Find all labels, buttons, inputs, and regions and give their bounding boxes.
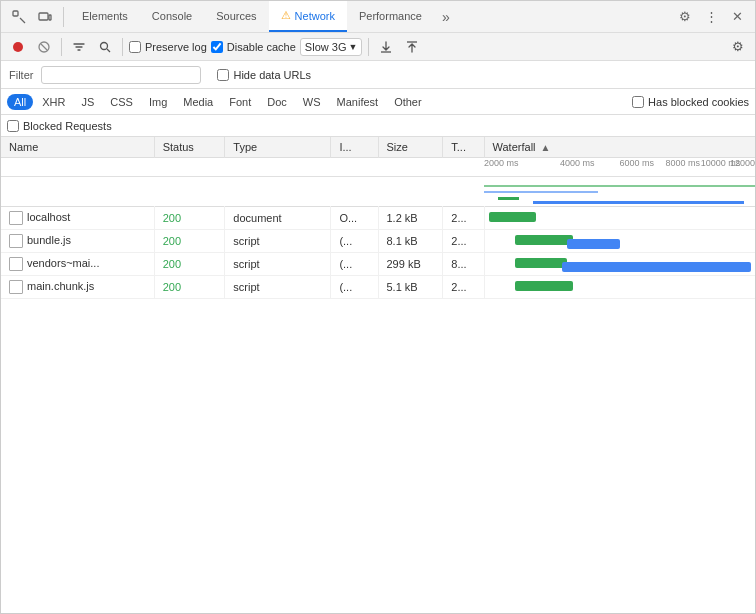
more-options-icon[interactable]: ⋮ <box>699 5 723 29</box>
hide-data-urls-label[interactable]: Hide data URLs <box>217 69 311 81</box>
svg-rect-0 <box>13 11 18 16</box>
svg-rect-1 <box>39 13 48 20</box>
cell-initiator: (... <box>331 230 378 253</box>
cell-status: 200 <box>154 253 225 276</box>
table-row[interactable]: vendors~mai...200script(...299 kB8... <box>1 253 755 276</box>
type-filter-bar: All XHR JS CSS Img Media Font Doc WS Man… <box>1 89 755 115</box>
col-header-waterfall[interactable]: Waterfall ▲ <box>484 137 755 158</box>
type-btn-doc[interactable]: Doc <box>260 94 294 110</box>
filter-input-wrap <box>41 66 201 84</box>
col-header-status[interactable]: Status <box>154 137 225 158</box>
type-btn-img[interactable]: Img <box>142 94 174 110</box>
cell-type: script <box>225 253 331 276</box>
type-btn-manifest[interactable]: Manifest <box>330 94 386 110</box>
preserve-log-checkbox[interactable] <box>129 41 141 53</box>
svg-point-3 <box>13 42 23 52</box>
col-header-time[interactable]: T... <box>443 137 484 158</box>
cell-type: document <box>225 207 331 230</box>
waterfall-green-bar <box>515 235 573 245</box>
ruler-tick-8000: 8000 ms <box>666 158 701 168</box>
col-header-type[interactable]: Type <box>225 137 331 158</box>
cell-name: vendors~mai... <box>1 253 154 276</box>
tab-performance[interactable]: Performance <box>347 1 434 32</box>
cell-waterfall <box>484 276 755 299</box>
type-btn-xhr[interactable]: XHR <box>35 94 72 110</box>
throttle-select[interactable]: Slow 3G ▼ <box>300 38 363 56</box>
timeline-green-bar-2 <box>498 197 520 200</box>
table-row[interactable]: main.chunk.js200script(...5.1 kB2... <box>1 276 755 299</box>
col-header-initiator[interactable]: I... <box>331 137 378 158</box>
type-btn-js[interactable]: JS <box>74 94 101 110</box>
disable-cache-checkbox[interactable] <box>211 41 223 53</box>
type-btn-other[interactable]: Other <box>387 94 429 110</box>
cell-name: main.chunk.js <box>1 276 154 299</box>
preserve-log-label[interactable]: Preserve log <box>129 41 207 53</box>
network-table-body: localhost200documentO...1.2 kB2...bundle… <box>1 207 755 299</box>
tab-elements[interactable]: Elements <box>70 1 140 32</box>
tab-sources[interactable]: Sources <box>204 1 268 32</box>
cell-name: localhost <box>1 207 154 230</box>
cell-time: 8... <box>443 253 484 276</box>
file-icon <box>9 211 23 225</box>
record-button[interactable] <box>7 36 29 58</box>
tab-network[interactable]: ⚠ Network <box>269 1 347 32</box>
network-settings-icon[interactable]: ⚙ <box>727 36 749 58</box>
type-btn-font[interactable]: Font <box>222 94 258 110</box>
timeline-blue-bar-2 <box>533 201 744 204</box>
filter-input[interactable] <box>48 69 168 81</box>
table-row[interactable]: localhost200documentO...1.2 kB2... <box>1 207 755 230</box>
timeline-blue-bar-1 <box>484 191 598 193</box>
ruler-tick-4000: 4000 ms <box>560 158 595 168</box>
type-btn-ws[interactable]: WS <box>296 94 328 110</box>
cell-waterfall <box>484 253 755 276</box>
ruler-tick-2000: 2000 ms <box>484 158 519 168</box>
network-warning-icon: ⚠ <box>281 9 291 22</box>
hide-data-urls-checkbox[interactable] <box>217 69 229 81</box>
waterfall-green-bar <box>489 212 536 222</box>
cell-size: 5.1 kB <box>378 276 443 299</box>
tabs-overflow-button[interactable]: » <box>434 1 458 32</box>
waterfall-green-bar <box>515 281 573 291</box>
network-table-wrap[interactable]: Name Status Type I... Size T... Waterfal… <box>1 137 755 613</box>
cell-waterfall <box>484 230 755 253</box>
disable-cache-label[interactable]: Disable cache <box>211 41 296 53</box>
network-table: Name Status Type I... Size T... Waterfal… <box>1 137 755 299</box>
inspect-element-icon[interactable] <box>7 5 31 29</box>
timeline-green-bar <box>484 185 755 187</box>
cell-size: 299 kB <box>378 253 443 276</box>
throttle-arrow-icon: ▼ <box>348 42 357 52</box>
has-blocked-cookies-label[interactable]: Has blocked cookies <box>632 96 749 108</box>
cell-status: 200 <box>154 207 225 230</box>
search-button[interactable] <box>94 36 116 58</box>
tabs-separator <box>63 7 64 27</box>
blocked-requests-label: Blocked Requests <box>23 120 112 132</box>
col-header-size[interactable]: Size <box>378 137 443 158</box>
close-devtools-icon[interactable]: ✕ <box>725 5 749 29</box>
stop-button[interactable] <box>33 36 55 58</box>
cell-time: 2... <box>443 207 484 230</box>
col-header-name[interactable]: Name <box>1 137 154 158</box>
devtools-panel: Elements Console Sources ⚠ Network Perfo… <box>0 0 756 614</box>
blocked-requests-checkbox[interactable] <box>7 120 19 132</box>
tab-console[interactable]: Console <box>140 1 204 32</box>
device-toolbar-icon[interactable] <box>33 5 57 29</box>
ruler-tick-12000: 12000 <box>730 158 755 168</box>
has-blocked-cookies-checkbox[interactable] <box>632 96 644 108</box>
type-btn-css[interactable]: CSS <box>103 94 140 110</box>
svg-line-5 <box>41 44 47 50</box>
svg-rect-2 <box>49 15 51 20</box>
timeline-ruler-row: 2000 ms 4000 ms 6000 ms 8000 ms 10000 ms… <box>1 158 755 177</box>
toolbar-sep-1 <box>61 38 62 56</box>
table-row[interactable]: bundle.js200script(...8.1 kB2... <box>1 230 755 253</box>
settings-gear-icon[interactable]: ⚙ <box>673 5 697 29</box>
cell-size: 8.1 kB <box>378 230 443 253</box>
type-btn-media[interactable]: Media <box>176 94 220 110</box>
import-har-icon[interactable] <box>375 36 397 58</box>
tabs-bar: Elements Console Sources ⚠ Network Perfo… <box>1 1 755 33</box>
export-har-icon[interactable] <box>401 36 423 58</box>
cell-initiator: (... <box>331 253 378 276</box>
type-btn-all[interactable]: All <box>7 94 33 110</box>
ruler-tick-6000: 6000 ms <box>620 158 655 168</box>
filter-button[interactable] <box>68 36 90 58</box>
cell-type: script <box>225 276 331 299</box>
